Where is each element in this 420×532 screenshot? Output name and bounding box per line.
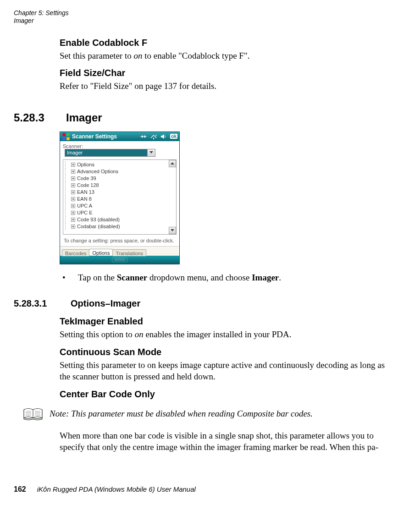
page-footer: 162 iKôn Rugged PDA (Windows Mobile 6) U… [14,485,406,494]
expand-icon[interactable] [71,183,75,187]
tree-line [65,209,68,216]
bullet-text: Tap on the Scanner dropdown menu, and ch… [78,273,281,283]
tab-translations[interactable]: Translations [112,249,146,256]
tab-options[interactable]: Options [89,249,113,256]
expand-icon[interactable] [71,225,75,229]
manual-title: iKôn Rugged PDA (Windows Mobile 6) User … [37,485,196,493]
tree-line [65,189,68,196]
tree-line [65,223,68,230]
header-section: Imager [14,17,406,25]
running-header: Chapter 5: Settings Imager [14,9,406,25]
tree-line [65,216,68,223]
tree-line [65,182,68,189]
text: Tap on the [78,273,117,282]
bullet-marker: • [60,273,78,283]
para-field-size: Refer to "Field Size" on page 137 for de… [60,80,397,92]
hint-text: To change a setting: press space, or dou… [60,236,179,246]
tree-line [65,196,68,203]
tree-item[interactable]: Advanced Options [65,168,167,175]
tree-item-label: EAN 8 [77,196,92,202]
tree-item[interactable]: Options [65,161,167,168]
ok-button[interactable]: ok [170,134,177,139]
tree-item[interactable]: Code 39 [65,175,167,182]
heading-center-barcode: Center Bar Code Only [60,389,397,400]
svg-rect-4 [153,138,154,139]
signal-icon[interactable]: x [150,133,157,140]
svg-rect-2 [62,137,66,140]
tree-item-label: Options [77,162,94,167]
heading-field-size: Field Size/Char [60,68,397,78]
volume-icon[interactable] [160,133,167,140]
scroll-up-button[interactable] [169,160,176,167]
tree-item-label: Code 93 (disabled) [77,217,120,222]
para-center-barcode: When more than one bar code is visible i… [60,430,397,453]
scroll-down-button[interactable] [169,227,176,234]
sip-bar[interactable] [60,256,179,264]
svg-text:x: x [155,134,157,137]
heading-options-imager: Options–Imager [71,298,140,309]
para-tekimager: Setting this option to on enables the im… [60,329,397,340]
tree-item-label: EAN 13 [77,189,94,195]
window-title: Scanner Settings [72,133,140,140]
heading-enable-codablock: Enable Codablock F [60,38,397,48]
heading-imager: Imager [66,111,102,124]
start-icon[interactable] [62,133,70,140]
para-continuous-scan: Setting this parameter to on keeps image… [60,359,397,383]
tab-barcodes[interactable]: Barcodes [62,249,89,256]
scanner-dropdown-value: Imager [65,149,147,156]
expand-icon[interactable] [71,170,75,174]
tab-bar: BarcodesOptionsTranslations [60,246,179,256]
connectivity-icon[interactable] [140,133,147,140]
expand-icon[interactable] [71,190,75,194]
bullet-item: • Tap on the Scanner dropdown menu, and … [60,273,397,283]
svg-rect-0 [62,133,66,136]
scanner-dropdown[interactable]: Imager [65,149,155,157]
settings-tree[interactable]: OptionsAdvanced OptionsCode 39Code 128EA… [63,159,177,235]
heading-number: 5.28.3.1 [14,298,60,309]
tree-item-label: Code 128 [77,182,99,188]
window-titlebar: Scanner Settings x ok [60,132,179,141]
expand-icon[interactable] [71,204,75,208]
expand-icon[interactable] [71,197,75,201]
page-number: 162 [14,485,26,494]
heading-tekimager: TekImager Enabled [60,316,397,327]
tree-item[interactable]: Code 128 [65,182,167,189]
tree-item-label: Advanced Options [77,169,118,174]
titlebar-icons: x ok [140,133,177,140]
tree-line [65,203,68,209]
chevron-down-icon[interactable] [147,149,155,156]
tree-line [65,161,68,168]
tree-item-label: UPC E [77,210,93,215]
tree-item[interactable]: EAN 8 [65,196,167,203]
text: dropdown menu, and choose [147,273,252,282]
tree-item[interactable]: UPC E [65,209,167,216]
expand-icon[interactable] [71,218,75,222]
tree-item[interactable]: Codabar (disabled) [65,223,167,230]
expand-icon[interactable] [71,211,75,215]
tree-item-label: Code 39 [77,176,96,181]
book-icon [23,407,43,421]
scanner-label: Scanner: [63,143,83,149]
tree-item[interactable]: EAN 13 [65,189,167,196]
heading-continuous-scan: Continuous Scan Mode [60,347,397,357]
tree-line [65,175,68,182]
tree-line [65,168,68,175]
para-enable-codablock: Set this parameter to on to enable "Coda… [60,50,397,62]
text: to enable "Codablock type F". [142,51,249,60]
scanner-settings-screenshot: Scanner Settings x ok Scanner: Imager [60,132,180,264]
tree-item[interactable]: UPC A [65,203,167,209]
keyboard-icon[interactable] [112,258,127,262]
expand-icon[interactable] [71,176,75,181]
text: enables the imager installed in your PDA… [144,329,292,339]
tree-item[interactable]: Code 93 (disabled) [65,216,167,223]
heading-number: 5.28.3 [14,111,55,124]
header-chapter: Chapter 5: Settings [14,9,406,17]
expand-icon[interactable] [71,163,75,167]
tree-item-label: Codabar (disabled) [77,224,120,229]
on-emphasis: on [135,329,144,339]
tree-item-label: UPC A [77,203,92,208]
svg-rect-3 [66,137,70,140]
heading-imager-row: 5.28.3 Imager [14,99,406,129]
text: Set this parameter to [60,51,133,60]
scanner-word: Scanner [117,273,148,282]
